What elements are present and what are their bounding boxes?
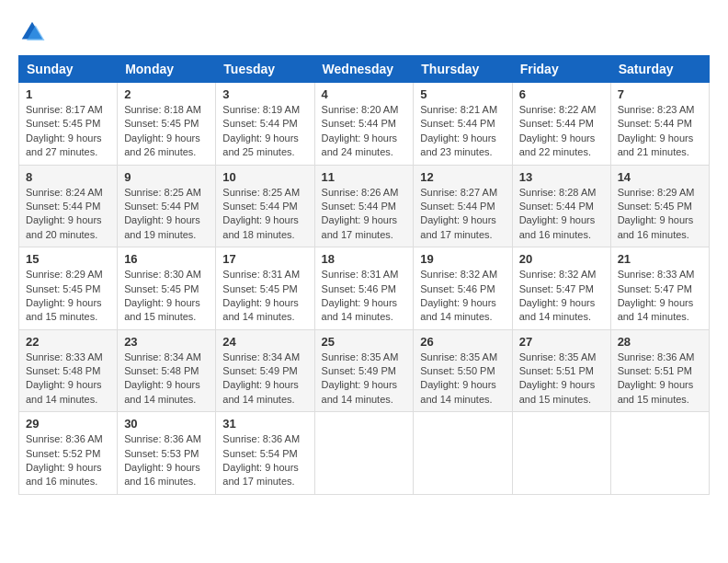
weekday-header-saturday: Saturday [610, 56, 709, 83]
day-number: 22 [26, 335, 110, 349]
day-info: Sunrise: 8:35 AM Sunset: 5:50 PM Dayligh… [420, 350, 505, 408]
calendar-cell: 23Sunrise: 8:34 AM Sunset: 5:48 PM Dayli… [118, 329, 216, 412]
day-info: Sunrise: 8:28 AM Sunset: 5:44 PM Dayligh… [519, 186, 604, 243]
calendar-cell: 20Sunrise: 8:32 AM Sunset: 5:47 PM Dayli… [512, 247, 610, 330]
weekday-header-friday: Friday [512, 56, 610, 83]
day-number: 8 [26, 170, 110, 184]
day-info: Sunrise: 8:21 AM Sunset: 5:44 PM Dayligh… [420, 103, 505, 160]
calendar-cell: 19Sunrise: 8:32 AM Sunset: 5:46 PM Dayli… [414, 247, 512, 330]
day-number: 19 [420, 252, 505, 266]
calendar-cell: 2Sunrise: 8:18 AM Sunset: 5:45 PM Daylig… [118, 83, 216, 166]
day-number: 12 [420, 170, 505, 184]
day-number: 16 [124, 252, 209, 266]
calendar-week-3: 15Sunrise: 8:29 AM Sunset: 5:45 PM Dayli… [19, 247, 710, 330]
calendar-cell: 18Sunrise: 8:31 AM Sunset: 5:46 PM Dayli… [314, 247, 414, 330]
calendar-cell: 9Sunrise: 8:25 AM Sunset: 5:44 PM Daylig… [118, 165, 216, 247]
weekday-header-thursday: Thursday [414, 56, 512, 83]
calendar-cell: 1Sunrise: 8:17 AM Sunset: 5:45 PM Daylig… [19, 83, 118, 166]
day-info: Sunrise: 8:25 AM Sunset: 5:44 PM Dayligh… [222, 186, 307, 243]
day-number: 14 [618, 170, 702, 184]
day-info: Sunrise: 8:19 AM Sunset: 5:44 PM Dayligh… [222, 103, 307, 160]
calendar-cell [314, 412, 414, 495]
day-number: 23 [124, 335, 209, 349]
calendar-cell: 4Sunrise: 8:20 AM Sunset: 5:44 PM Daylig… [314, 83, 414, 166]
calendar-cell: 5Sunrise: 8:21 AM Sunset: 5:44 PM Daylig… [414, 83, 512, 166]
calendar-cell: 15Sunrise: 8:29 AM Sunset: 5:45 PM Dayli… [19, 247, 118, 330]
calendar-cell [610, 412, 709, 495]
calendar-cell: 3Sunrise: 8:19 AM Sunset: 5:44 PM Daylig… [216, 83, 314, 166]
calendar-cell: 12Sunrise: 8:27 AM Sunset: 5:44 PM Dayli… [414, 165, 512, 247]
day-number: 26 [420, 335, 505, 349]
calendar-cell: 21Sunrise: 8:33 AM Sunset: 5:47 PM Dayli… [610, 247, 709, 330]
logo [18, 18, 50, 46]
day-info: Sunrise: 8:36 AM Sunset: 5:53 PM Dayligh… [124, 432, 209, 489]
day-number: 30 [124, 417, 209, 431]
day-number: 7 [618, 87, 702, 101]
day-info: Sunrise: 8:25 AM Sunset: 5:44 PM Dayligh… [124, 186, 209, 243]
calendar-cell [512, 412, 610, 495]
calendar-week-5: 29Sunrise: 8:36 AM Sunset: 5:52 PM Dayli… [19, 412, 710, 495]
day-number: 18 [322, 252, 407, 266]
day-info: Sunrise: 8:22 AM Sunset: 5:44 PM Dayligh… [519, 103, 604, 160]
day-number: 10 [222, 170, 307, 184]
day-info: Sunrise: 8:23 AM Sunset: 5:44 PM Dayligh… [618, 103, 702, 160]
day-number: 9 [124, 170, 209, 184]
day-info: Sunrise: 8:27 AM Sunset: 5:44 PM Dayligh… [420, 186, 505, 243]
calendar-week-4: 22Sunrise: 8:33 AM Sunset: 5:48 PM Dayli… [19, 329, 710, 412]
calendar-cell: 28Sunrise: 8:36 AM Sunset: 5:51 PM Dayli… [610, 329, 709, 412]
day-info: Sunrise: 8:30 AM Sunset: 5:45 PM Dayligh… [124, 268, 209, 325]
calendar-cell: 10Sunrise: 8:25 AM Sunset: 5:44 PM Dayli… [216, 165, 314, 247]
day-number: 20 [519, 252, 604, 266]
day-number: 2 [124, 87, 209, 101]
day-info: Sunrise: 8:17 AM Sunset: 5:45 PM Dayligh… [26, 103, 110, 160]
day-info: Sunrise: 8:31 AM Sunset: 5:46 PM Dayligh… [322, 268, 407, 325]
weekday-header-tuesday: Tuesday [216, 56, 314, 83]
day-number: 4 [322, 87, 407, 101]
day-info: Sunrise: 8:35 AM Sunset: 5:51 PM Dayligh… [519, 350, 604, 408]
day-info: Sunrise: 8:32 AM Sunset: 5:47 PM Dayligh… [519, 268, 604, 325]
day-info: Sunrise: 8:34 AM Sunset: 5:49 PM Dayligh… [222, 350, 307, 408]
calendar-week-1: 1Sunrise: 8:17 AM Sunset: 5:45 PM Daylig… [19, 83, 710, 166]
day-number: 24 [222, 335, 307, 349]
logo-icon [18, 18, 46, 46]
weekday-header-row: SundayMondayTuesdayWednesdayThursdayFrid… [19, 56, 710, 83]
day-number: 11 [322, 170, 407, 184]
calendar-cell: 24Sunrise: 8:34 AM Sunset: 5:49 PM Dayli… [216, 329, 314, 412]
day-info: Sunrise: 8:18 AM Sunset: 5:45 PM Dayligh… [124, 103, 209, 160]
calendar-cell: 31Sunrise: 8:36 AM Sunset: 5:54 PM Dayli… [216, 412, 314, 495]
day-number: 27 [519, 335, 604, 349]
day-info: Sunrise: 8:29 AM Sunset: 5:45 PM Dayligh… [26, 268, 110, 325]
calendar-cell: 11Sunrise: 8:26 AM Sunset: 5:44 PM Dayli… [314, 165, 414, 247]
day-info: Sunrise: 8:36 AM Sunset: 5:54 PM Dayligh… [222, 432, 307, 489]
day-info: Sunrise: 8:26 AM Sunset: 5:44 PM Dayligh… [322, 186, 407, 243]
day-number: 17 [222, 252, 307, 266]
calendar-cell: 25Sunrise: 8:35 AM Sunset: 5:49 PM Dayli… [314, 329, 414, 412]
page-header [18, 18, 710, 46]
day-number: 25 [322, 335, 407, 349]
day-info: Sunrise: 8:33 AM Sunset: 5:48 PM Dayligh… [26, 350, 110, 408]
calendar-cell: 16Sunrise: 8:30 AM Sunset: 5:45 PM Dayli… [118, 247, 216, 330]
calendar-cell: 29Sunrise: 8:36 AM Sunset: 5:52 PM Dayli… [19, 412, 118, 495]
calendar-cell: 22Sunrise: 8:33 AM Sunset: 5:48 PM Dayli… [19, 329, 118, 412]
day-number: 15 [26, 252, 110, 266]
weekday-header-wednesday: Wednesday [314, 56, 414, 83]
weekday-header-monday: Monday [118, 56, 216, 83]
day-number: 21 [618, 252, 702, 266]
calendar-cell [414, 412, 512, 495]
day-number: 28 [618, 335, 702, 349]
day-number: 6 [519, 87, 604, 101]
calendar-week-2: 8Sunrise: 8:24 AM Sunset: 5:44 PM Daylig… [19, 165, 710, 247]
day-info: Sunrise: 8:32 AM Sunset: 5:46 PM Dayligh… [420, 268, 505, 325]
day-number: 5 [420, 87, 505, 101]
day-number: 13 [519, 170, 604, 184]
day-info: Sunrise: 8:35 AM Sunset: 5:49 PM Dayligh… [322, 350, 407, 408]
day-info: Sunrise: 8:24 AM Sunset: 5:44 PM Dayligh… [26, 186, 110, 243]
calendar-cell: 30Sunrise: 8:36 AM Sunset: 5:53 PM Dayli… [118, 412, 216, 495]
day-number: 3 [222, 87, 307, 101]
calendar-cell: 26Sunrise: 8:35 AM Sunset: 5:50 PM Dayli… [414, 329, 512, 412]
calendar-cell: 17Sunrise: 8:31 AM Sunset: 5:45 PM Dayli… [216, 247, 314, 330]
calendar-table: SundayMondayTuesdayWednesdayThursdayFrid… [18, 55, 710, 495]
day-number: 31 [222, 417, 307, 431]
day-info: Sunrise: 8:29 AM Sunset: 5:45 PM Dayligh… [618, 186, 702, 243]
day-info: Sunrise: 8:20 AM Sunset: 5:44 PM Dayligh… [322, 103, 407, 160]
